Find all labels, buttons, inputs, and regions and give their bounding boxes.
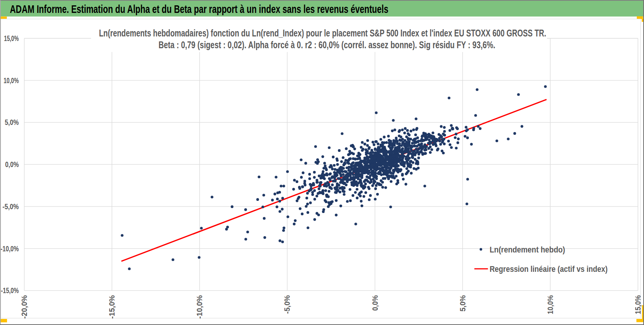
svg-text:-20,0%: -20,0% bbox=[20, 295, 28, 319]
svg-text:Ln(rendement hebdo): Ln(rendement hebdo) bbox=[490, 245, 565, 254]
svg-text:0,0%: 0,0% bbox=[371, 295, 379, 311]
svg-text:ADAM Informe. Estimation du Al: ADAM Informe. Estimation du Alpha et du … bbox=[10, 3, 388, 15]
svg-text:-5,0%: -5,0% bbox=[3, 202, 19, 211]
svg-text:15,0%: 15,0% bbox=[634, 295, 642, 314]
svg-text:5,0%: 5,0% bbox=[5, 118, 19, 126]
svg-text:5,0%: 5,0% bbox=[459, 295, 467, 311]
svg-text:-5,0%: -5,0% bbox=[283, 295, 291, 314]
svg-text:10,0%: 10,0% bbox=[4, 76, 19, 85]
svg-text:-10,0%: -10,0% bbox=[195, 295, 204, 319]
svg-text:10,0%: 10,0% bbox=[546, 295, 554, 314]
svg-text:-15,0%: -15,0% bbox=[1, 286, 19, 295]
svg-text:Ln(rendements hebdomadaires) f: Ln(rendements hebdomadaires) fonction du… bbox=[99, 27, 546, 39]
svg-text:0,0%: 0,0% bbox=[5, 160, 19, 169]
svg-text:-15,0%: -15,0% bbox=[108, 295, 116, 319]
svg-text:15,0%: 15,0% bbox=[4, 34, 19, 43]
svg-text:Beta : 0,79 (sigest : 0,02).: Beta : 0,79 (sigest : 0,02). Alpha forcé… bbox=[159, 39, 495, 50]
svg-text:Regression linéaire (actif vs: Regression linéaire (actif vs index) bbox=[490, 264, 608, 274]
svg-text:-10,0%: -10,0% bbox=[1, 245, 19, 253]
